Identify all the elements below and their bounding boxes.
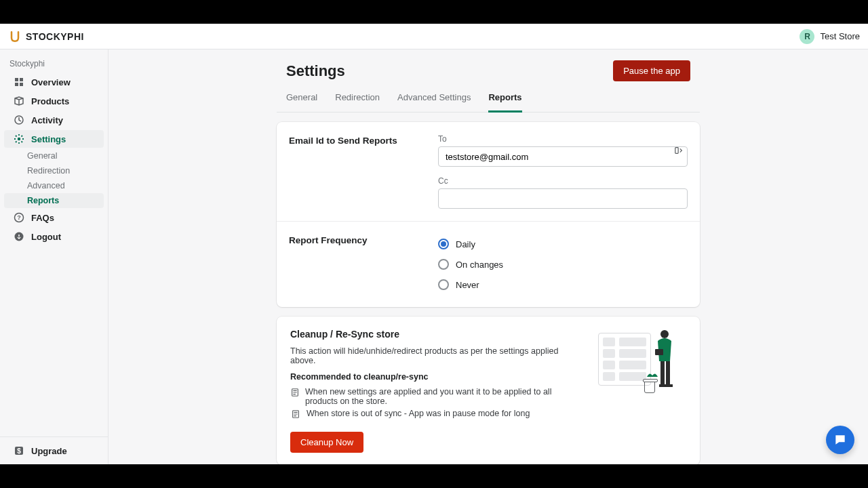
- sidebar-item-faqs[interactable]: ? FAQs: [4, 209, 104, 226]
- settings-icon: [14, 134, 24, 144]
- svg-rect-17: [666, 361, 670, 384]
- svg-rect-16: [660, 361, 665, 384]
- cleanup-bullet: When store is out of sync - App was in p…: [290, 409, 585, 420]
- sidebar-item-label: Logout: [31, 232, 61, 242]
- cleanup-illustration: [598, 329, 686, 393]
- sidebar: Stockyphi Overview Products Activity Set…: [0, 49, 108, 464]
- tab-general[interactable]: General: [286, 85, 317, 113]
- cleanup-recommend: Recommended to cleanup/re-sync: [290, 372, 585, 382]
- svg-rect-18: [659, 384, 666, 387]
- store-chip[interactable]: R Test Store: [800, 29, 860, 44]
- sidebar-heading: Stockyphi: [0, 55, 108, 73]
- cleanup-bullet: When new settings are applied and you wa…: [290, 387, 585, 406]
- bin-icon: [644, 381, 655, 393]
- note-icon: [290, 387, 300, 398]
- radio-label: Daily: [456, 239, 475, 249]
- cleanup-desc: This action will hide/unhide/redirect pr…: [290, 346, 585, 365]
- sidebar-sub-redirection[interactable]: Redirection: [4, 163, 104, 178]
- radio-icon: [438, 259, 449, 270]
- radio-label: Never: [456, 280, 479, 290]
- reports-card: Email Id to Send Reports To Cc: [277, 122, 700, 307]
- cleanup-now-button[interactable]: Cleanup Now: [290, 432, 363, 453]
- svg-rect-3: [20, 83, 23, 86]
- logout-icon: [14, 231, 24, 242]
- frequency-option-daily[interactable]: Daily: [438, 234, 688, 254]
- to-input[interactable]: [438, 146, 688, 167]
- topbar: STOCKYPHI R Test Store: [0, 24, 868, 49]
- cc-label: Cc: [438, 176, 688, 186]
- svg-rect-19: [666, 384, 673, 387]
- overview-icon: [14, 77, 24, 87]
- chat-icon: [833, 433, 847, 447]
- help-icon: ?: [14, 212, 24, 223]
- sidebar-item-overview[interactable]: Overview: [4, 73, 104, 91]
- activity-icon: [14, 115, 24, 125]
- cleanup-card: Cleanup / Re-Sync store This action will…: [277, 317, 700, 464]
- radio-icon: [438, 279, 449, 290]
- note-icon: [290, 409, 301, 420]
- radio-label: On changes: [456, 260, 503, 270]
- radio-icon: [438, 239, 449, 249]
- tab-advanced-settings[interactable]: Advanced Settings: [397, 85, 471, 113]
- page-title: Settings: [286, 62, 345, 80]
- brand-logo-icon: [8, 30, 22, 43]
- cc-input[interactable]: [438, 188, 688, 209]
- brand-name: STOCKYPHI: [26, 31, 84, 42]
- sidebar-item-settings[interactable]: Settings: [4, 130, 104, 148]
- store-name: Test Store: [820, 31, 860, 41]
- sidebar-item-label: FAQs: [31, 213, 54, 223]
- sidebar-sub-advanced[interactable]: Advanced: [4, 178, 104, 193]
- sidebar-item-label: Products: [31, 96, 69, 106]
- sidebar-sub-general[interactable]: General: [4, 148, 104, 163]
- chat-fab[interactable]: [826, 426, 854, 454]
- to-label: To: [438, 134, 688, 144]
- svg-text:?: ?: [17, 214, 21, 221]
- svg-point-14: [660, 330, 669, 338]
- svg-rect-1: [20, 78, 23, 81]
- sidebar-item-label: Upgrade: [31, 446, 67, 456]
- sidebar-item-activity[interactable]: Activity: [4, 111, 104, 129]
- frequency-section-heading: Report Frequency: [289, 234, 425, 295]
- svg-rect-11: [675, 148, 678, 154]
- sidebar-item-logout[interactable]: Logout: [4, 228, 104, 245]
- svg-text:$: $: [17, 447, 21, 455]
- frequency-option-on-changes[interactable]: On changes: [438, 254, 688, 274]
- sidebar-item-label: Overview: [31, 77, 71, 87]
- credential-icon[interactable]: [674, 146, 684, 155]
- tab-reports[interactable]: Reports: [488, 85, 521, 113]
- cleanup-heading: Cleanup / Re-Sync store: [290, 329, 585, 340]
- sidebar-sub-reports[interactable]: Reports: [4, 193, 104, 208]
- frequency-option-never[interactable]: Never: [438, 274, 688, 295]
- tab-redirection[interactable]: Redirection: [335, 85, 380, 113]
- svg-rect-2: [15, 83, 18, 86]
- email-section-heading: Email Id to Send Reports: [289, 134, 425, 209]
- sidebar-item-products[interactable]: Products: [4, 92, 104, 110]
- svg-rect-0: [15, 78, 18, 81]
- svg-rect-15: [655, 349, 663, 355]
- products-icon: [14, 96, 24, 106]
- pause-app-button[interactable]: Pause the app: [613, 60, 690, 81]
- brand: STOCKYPHI: [8, 30, 84, 43]
- sidebar-item-label: Settings: [31, 134, 66, 144]
- tabs: General Redirection Advanced Settings Re…: [277, 85, 700, 113]
- sidebar-item-upgrade[interactable]: $ Upgrade: [4, 442, 104, 460]
- avatar: R: [800, 29, 814, 44]
- upgrade-icon: $: [14, 445, 24, 456]
- sidebar-item-label: Activity: [31, 115, 63, 125]
- svg-point-5: [18, 138, 20, 140]
